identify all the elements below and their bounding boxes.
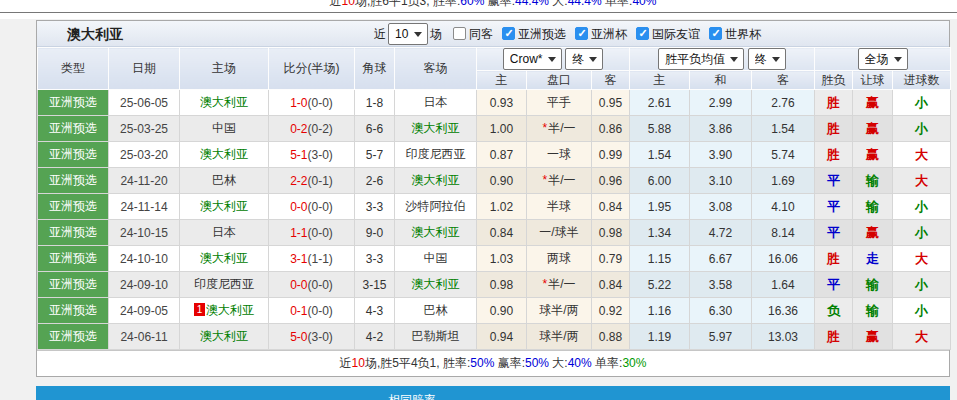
cell-score: 0-1(0-0) xyxy=(269,298,355,324)
final-score[interactable]: 0-1 xyxy=(290,304,307,318)
away-team-name: 澳大利亚 xyxy=(412,277,460,291)
final-score[interactable]: 0-0 xyxy=(290,200,307,214)
cell-goals-result: 大 xyxy=(893,324,951,350)
half-score: (0-0) xyxy=(308,304,333,318)
cell-odds-home: 0.93 xyxy=(477,90,527,116)
cell-avg-away: 8.14 xyxy=(752,220,815,246)
cell-date: 25-06-05 xyxy=(109,90,180,116)
table-row: 亚洲预选24-06-11澳大利亚5-0(3-0)4-2巴勒斯坦0.94球半/两0… xyxy=(38,324,951,350)
matches-table: 类型 日期 主场 比分(半场) 角球 客场 Crow* 终 胜平负均值 终 全场 xyxy=(37,47,951,350)
avg-odds-select-wrap: 胜平负均值 xyxy=(658,48,744,70)
cell-score: 5-1(3-0) xyxy=(269,142,355,168)
filter-checkbox-亚洲杯[interactable] xyxy=(575,27,588,40)
filter-checkbox-同客[interactable] xyxy=(453,27,466,40)
handicap-star: * xyxy=(542,173,547,187)
cell-corners: 9-0 xyxy=(355,220,395,246)
divider-line xyxy=(0,12,957,13)
cell-odds-away: 0.88 xyxy=(592,324,630,350)
final-score[interactable]: 1-1 xyxy=(290,226,307,240)
cell-odds-home: 0.94 xyxy=(477,324,527,350)
subcol-goals: 进球数 xyxy=(893,71,951,90)
cell-result: 平 xyxy=(815,168,853,194)
cell-avg-draw: 3.08 xyxy=(690,194,752,220)
filter-checkbox-世界杯[interactable] xyxy=(709,27,722,40)
cell-handicap-result: 输 xyxy=(853,168,893,194)
top-summary-band: 近10场,胜6平1负3, 胜率:60% 赢率:44.4% 大:44.4% 单率:… xyxy=(0,0,957,19)
home-team-name: 中国 xyxy=(212,121,236,135)
cell-odds-home: 1.02 xyxy=(477,194,527,220)
cell-handicap: *半/一 xyxy=(527,272,592,298)
cell-match-type: 亚洲预选 xyxy=(38,272,109,298)
subcol-odds-home: 主 xyxy=(477,71,527,90)
bookmaker-state-select[interactable]: 终 xyxy=(565,48,603,70)
cell-goals-result: 小 xyxy=(893,220,951,246)
cell-home-team: 澳大利亚 xyxy=(180,142,269,168)
cell-home-team: 1澳大利亚 xyxy=(180,298,269,324)
avg-state-select[interactable]: 终 xyxy=(748,48,786,70)
cell-odds-away: 0.96 xyxy=(592,168,630,194)
scope-select[interactable]: 全场 xyxy=(858,48,908,70)
summary-text-part: 近 xyxy=(340,356,352,370)
cell-corners: 3-3 xyxy=(355,194,395,220)
cell-away-team: 日本 xyxy=(395,90,477,116)
table-row: 亚洲预选25-06-05澳大利亚1-0(0-0)1-8日本0.93平手0.952… xyxy=(38,90,951,116)
near-label: 近 xyxy=(374,26,386,43)
cell-handicap: 两球 xyxy=(527,246,592,272)
cell-date: 24-06-11 xyxy=(109,324,180,350)
final-score[interactable]: 2-2 xyxy=(290,174,307,188)
cell-away-team: 澳大利亚 xyxy=(395,168,477,194)
cell-handicap-result: 赢 xyxy=(853,116,893,142)
match-count-select[interactable]: 10 xyxy=(388,23,428,45)
cell-avg-draw: 3.58 xyxy=(690,272,752,298)
cell-corners: 3-15 xyxy=(355,272,395,298)
final-score[interactable]: 0-0 xyxy=(290,278,307,292)
match-count-select-wrap: 10 xyxy=(388,23,428,45)
final-score[interactable]: 5-0 xyxy=(290,330,307,344)
home-team-name: 澳大利亚 xyxy=(200,199,248,213)
cell-result: 胜 xyxy=(815,246,853,272)
cell-away-team: 中国 xyxy=(395,246,477,272)
subcol-avg-home: 主 xyxy=(630,71,690,90)
avg-odds-select[interactable]: 胜平负均值 xyxy=(658,48,744,70)
half-score: (0-0) xyxy=(308,96,333,110)
summary-text-part: 44.4% xyxy=(568,0,602,8)
cell-odds-away: 0.98 xyxy=(592,220,630,246)
avg-odds-selects-cell: 胜平负均值 终 xyxy=(630,48,815,71)
filter-checkbox-亚洲预选[interactable] xyxy=(502,27,515,40)
cell-result: 胜 xyxy=(815,324,853,350)
summary-text-part: 10 xyxy=(342,0,355,8)
away-team-name: 澳大利亚 xyxy=(412,225,460,239)
cell-corners: 1-8 xyxy=(355,90,395,116)
cell-avg-away: 1.54 xyxy=(752,116,815,142)
cell-date: 24-09-10 xyxy=(109,272,180,298)
cell-avg-away: 16.06 xyxy=(752,246,815,272)
cell-avg-home: 5.88 xyxy=(630,116,690,142)
summary-text-part: 近 xyxy=(330,0,342,8)
bookmaker-select[interactable]: Crow* xyxy=(503,48,562,70)
cell-handicap-result: 输 xyxy=(853,194,893,220)
filter-checkbox-国际友谊[interactable] xyxy=(636,27,649,40)
away-team-name: 巴林 xyxy=(424,303,448,317)
cell-odds-home: 0.87 xyxy=(477,142,527,168)
summary-text-part: 大: xyxy=(549,356,568,370)
final-score[interactable]: 1-0 xyxy=(290,96,307,110)
table-row: 亚洲预选24-09-10印度尼西亚0-0(0-0)3-15澳大利亚0.98*半/… xyxy=(38,272,951,298)
cell-date: 25-03-20 xyxy=(109,142,180,168)
summary-text-part: 50% xyxy=(525,356,549,370)
final-score[interactable]: 3-1 xyxy=(290,252,307,266)
col-header-away: 客场 xyxy=(395,48,477,90)
cell-corners: 6-6 xyxy=(355,116,395,142)
cell-goals-result: 小 xyxy=(893,298,951,324)
cell-result: 平 xyxy=(815,272,853,298)
final-score[interactable]: 0-2 xyxy=(290,122,307,136)
cell-avg-draw: 3.86 xyxy=(690,116,752,142)
table-row: 亚洲预选24-10-15日本1-1(0-0)9-0澳大利亚0.84一/球半0.9… xyxy=(38,220,951,246)
away-team-name: 澳大利亚 xyxy=(412,121,460,135)
col-header-score: 比分(半场) xyxy=(269,48,355,90)
cell-avg-draw: 3.10 xyxy=(690,168,752,194)
summary-text-part: 30% xyxy=(622,356,646,370)
summary-text-part: 赢率: xyxy=(494,356,525,370)
final-score[interactable]: 5-1 xyxy=(290,148,307,162)
cell-avg-away: 1.64 xyxy=(752,272,815,298)
home-team-name: 印度尼西亚 xyxy=(194,277,254,291)
